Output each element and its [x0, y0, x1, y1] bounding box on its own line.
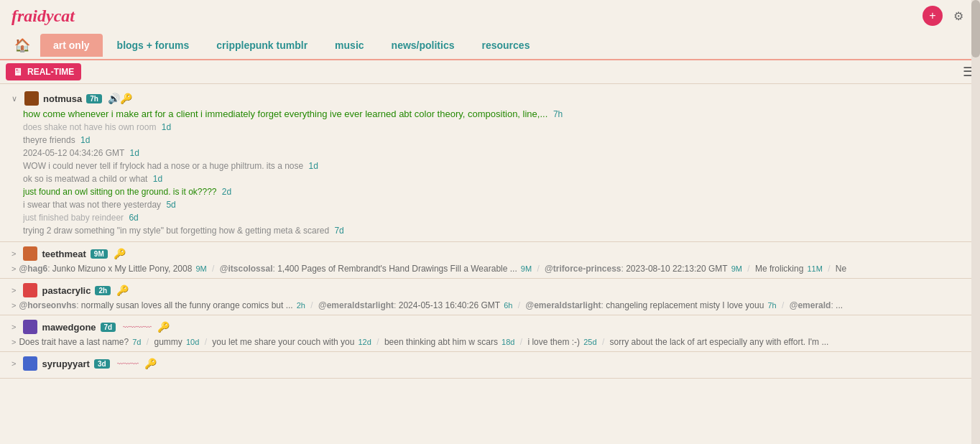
feed-header-syrupyyart: > syrupyyart 3d 〰〰〰 🔑 [11, 356, 969, 371]
feed-icons-mawedgone: 🔑 [157, 321, 170, 333]
feed-icons-syrupyyart: 🔑 [144, 358, 157, 369]
reply-item[interactable]: just found an owl sitting on the ground.… [23, 185, 969, 198]
scrollbar-track[interactable] [971, 0, 980, 381]
feed-header-notmusa: ∨ notmusa 7h 🔊🔑 [11, 91, 969, 106]
realtime-label: REAL-TIME [27, 67, 74, 77]
username-mawedgone[interactable]: mawedgone [42, 322, 96, 333]
monitor-icon: 🖥 [13, 66, 23, 78]
reply-item[interactable]: does shake not have his own room 1d [23, 121, 969, 134]
collapse-notmusa[interactable]: ∨ [11, 94, 17, 103]
tab-blogs-forums[interactable]: blogs + forums [104, 34, 203, 57]
tab-music[interactable]: music [322, 34, 376, 57]
feed-icons-notmusa: 🔊🔑 [108, 93, 132, 104]
feed-section-mawedgone: > mawedgone 7d 〰〰〰〰 🔑 > Does trait have … [0, 315, 980, 352]
username-teethmeat[interactable]: teethmeat [42, 249, 85, 259]
collapsed-mawedgone: > Does trait have a last name? 7d / gumm… [11, 337, 969, 347]
collapse-pastacrylic[interactable]: > [11, 286, 16, 295]
feed-section-syrupyyart: > syrupyyart 3d 〰〰〰 🔑 [0, 352, 980, 379]
feed: ∨ notmusa 7h 🔊🔑 how come whenever i make… [0, 84, 980, 381]
expand-pastacrylic[interactable]: > [11, 301, 16, 310]
username-syrupyyart[interactable]: syrupyyart [42, 359, 89, 369]
tab-resources[interactable]: resources [469, 34, 543, 57]
realtime-bar: 🖥 REAL-TIME ☰ [0, 60, 980, 84]
expand-teethmeat[interactable]: > [11, 264, 16, 273]
collapsed-pastacrylic: > @horseonvhs: normally susan loves all … [11, 300, 969, 310]
main-post-time: 7h [553, 109, 563, 119]
settings-button[interactable]: ⚙ [948, 6, 969, 26]
nav-bar: 🏠 art only blogs + forums cripplepunk tu… [0, 32, 980, 60]
time-badge-pastacrylic: 2h [95, 286, 111, 295]
collapsed-teethmeat: > @hag6: Junko Mizuno x My Little Pony, … [11, 264, 969, 274]
reply-item[interactable]: ok so is meatwad a child or what 1d [23, 172, 969, 185]
time-badge-mawedgone: 7d [101, 323, 116, 332]
header-icons: + ⚙ [923, 6, 969, 26]
avatar-mawedgone [23, 320, 37, 334]
username-notmusa[interactable]: notmusa [43, 93, 82, 104]
feed-section-pastacrylic: > pastacrylic 2h 🔑 > @horseonvhs: normal… [0, 279, 980, 315]
reply-item[interactable]: 2024-05-12 04:34:26 GMT 1d [23, 147, 969, 159]
logo: fraidycat [11, 6, 75, 26]
reply-item[interactable]: i swear that was not there yesterday 5d [23, 198, 969, 211]
replies-notmusa: does shake not have his own room 1d they… [11, 121, 969, 237]
realtime-badge[interactable]: 🖥 REAL-TIME [6, 63, 81, 80]
graph-syrupyyart: 〰〰〰 [117, 360, 139, 368]
feed-header-teethmeat: > teethmeat 9M 🔑 [11, 246, 969, 261]
feed-section-notmusa: ∨ notmusa 7h 🔊🔑 how come whenever i make… [0, 87, 980, 242]
username-pastacrylic[interactable]: pastacrylic [42, 285, 91, 296]
tab-art-only[interactable]: art only [40, 34, 103, 57]
reply-item[interactable]: just finished baby reindeer 6d [23, 211, 969, 224]
collapse-mawedgone[interactable]: > [11, 323, 16, 331]
avatar-pastacrylic [23, 283, 37, 297]
reply-item[interactable]: trying 2 draw something "in my style" bu… [23, 224, 969, 237]
avatar-teethmeat [23, 246, 37, 261]
add-button[interactable]: + [923, 6, 943, 26]
feed-header-mawedgone: > mawedgone 7d 〰〰〰〰 🔑 [11, 320, 969, 334]
graph-mawedgone: 〰〰〰〰 [123, 323, 152, 331]
avatar-syrupyyart [23, 356, 37, 371]
tab-cripplepunk-tumblr[interactable]: cripplepunk tumblr [203, 34, 320, 57]
main-post-notmusa[interactable]: how come whenever i make art for a clien… [11, 108, 969, 119]
feed-section-teethmeat: > teethmeat 9M 🔑 > @hag6: Junko Mizuno x… [0, 242, 980, 279]
collapsed-items-pastacrylic: @horseonvhs: normally susan loves all th… [19, 300, 843, 310]
expand-mawedgone[interactable]: > [11, 338, 16, 346]
time-badge-syrupyyart: 3d [94, 359, 110, 369]
collapsed-items-teethmeat: @hag6: Junko Mizuno x My Little Pony, 20… [19, 264, 846, 274]
feed-header-pastacrylic: > pastacrylic 2h 🔑 [11, 283, 969, 297]
collapse-teethmeat[interactable]: > [11, 249, 16, 258]
nav-home[interactable]: 🏠 [6, 32, 39, 59]
tab-news-politics[interactable]: news/politics [379, 34, 468, 57]
avatar-notmusa [24, 91, 39, 106]
collapse-syrupyyart[interactable]: > [11, 359, 16, 368]
reply-item[interactable]: WOW i could never tell if frylock had a … [23, 159, 969, 172]
time-badge-notmusa: 7h [86, 94, 102, 103]
feed-icons-pastacrylic: 🔑 [116, 285, 129, 296]
collapsed-items-mawedgone: Does trait have a last name? 7d / gummy … [19, 337, 828, 347]
scrollbar-thumb[interactable] [971, 0, 980, 57]
header: fraidycat + ⚙ [0, 0, 980, 32]
feed-icons-teethmeat: 🔑 [114, 248, 126, 259]
time-badge-teethmeat: 9M [91, 249, 108, 259]
reply-item[interactable]: theyre friends 1d [23, 134, 969, 147]
